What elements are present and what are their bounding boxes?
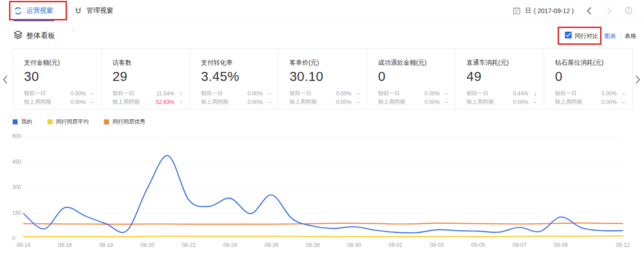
svg-text:08-18: 08-18 (99, 242, 113, 248)
operations-view-icon (14, 7, 22, 15)
section-title: 整体看板 (26, 31, 55, 41)
metric-card-visitors[interactable]: 访客数 29 较前一日11.54%↑ 较上周同期52.63%↑ (102, 49, 190, 109)
cards-next-chevron-icon[interactable] (635, 74, 643, 85)
calendar-icon[interactable] (513, 7, 521, 14)
trend-line-chart[interactable]: 015030045060008-1408-1608-1808-2008-2208… (11, 130, 635, 255)
tab-management-view[interactable]: 管理视窗 (74, 0, 114, 21)
metric-compare-row: 较上周同期0.00%– (201, 98, 271, 106)
previous-day-chevron-icon[interactable] (586, 7, 592, 15)
metric-card-conversion-rate[interactable]: 支付转化率 3.45% 较前一日0.00%– 较上周同期0.00%– (190, 49, 279, 109)
trend-icon: ↑ (174, 99, 182, 105)
tab-operations-view[interactable]: 运营视窗 (14, 0, 53, 21)
metric-card-refund-amount[interactable]: 成功退款金额(元) 0 较前一日0.00%– 较上周同期0.00%– (367, 49, 456, 109)
metric-compare-row: 较上周同期0.00%– (24, 98, 94, 106)
metric-title: 成功退款金额(元) (378, 58, 448, 67)
view-toggle-chart[interactable]: 图表 (604, 32, 616, 40)
trend-icon: – (86, 99, 94, 105)
chart-legend: 我的 同行同层平均 同行同层优秀 (13, 118, 145, 126)
metric-card-zhitongche-cost[interactable]: 直通车消耗(元) 49 较前一日0.44%↓ 较上周同期0.00%– (456, 49, 545, 109)
metric-cards-row: 支付金额(元) 30 较前一日0.00%– 较上周同期0.00%– 访客数 29… (13, 48, 633, 109)
top-nav-bar: 运营视窗 管理视窗 日 ( 2017-09-12 ) (0, 0, 644, 21)
date-picker[interactable]: 日 ( 2017-09-12 ) (525, 0, 574, 21)
metric-value: 29 (113, 68, 183, 85)
svg-text:08-22: 08-22 (182, 242, 196, 248)
trend-icon: – (263, 99, 271, 105)
svg-text:09-03: 09-03 (430, 242, 444, 248)
metric-compare-row: 较前一日0.00%– (201, 89, 271, 98)
legend-swatch (104, 119, 109, 124)
metric-card-avg-order-value[interactable]: 客单价(元) 30.10 较前一日0.00%– 较上周同期0.00%– (279, 49, 367, 109)
metric-title: 直通车消耗(元) (467, 58, 537, 67)
metric-value: 0 (378, 68, 448, 85)
metric-compare-row: 较上周同期0.00%– (467, 98, 537, 106)
trend-icon: – (351, 90, 360, 97)
trend-icon: – (528, 99, 536, 105)
metric-value: 0 (555, 68, 625, 85)
metric-compare-row: 较前一日11.54%↑ (113, 89, 183, 98)
metric-compare-row: 较上周同期0.00%– (555, 98, 625, 106)
metric-card-payment-amount[interactable]: 支付金额(元) 30 较前一日0.00%– 较上周同期0.00%– (13, 49, 102, 109)
svg-text:08-16: 08-16 (58, 242, 72, 248)
svg-text:08-20: 08-20 (141, 242, 155, 248)
tab-operations-label: 运营视窗 (26, 6, 53, 15)
info-icon[interactable] (625, 6, 633, 14)
legend-item-peer-average[interactable]: 同行同层平均 (47, 118, 89, 126)
peer-compare-checkbox[interactable] (565, 32, 572, 38)
svg-text:150: 150 (12, 210, 21, 216)
svg-text:09-05: 09-05 (471, 242, 485, 248)
metric-compare-row: 较上周同期52.63%↑ (113, 98, 183, 106)
trend-icon: – (351, 99, 360, 105)
svg-text:08-14: 08-14 (17, 242, 31, 248)
metric-compare-row: 较前一日0.00%– (555, 89, 625, 98)
checkmark-icon (566, 33, 571, 37)
trend-icon: – (440, 99, 448, 105)
legend-item-peer-excellent[interactable]: 同行同层优秀 (104, 118, 145, 126)
date-granularity: 日 (525, 7, 531, 15)
tab-management-label: 管理视窗 (86, 6, 114, 15)
legend-swatch (47, 119, 52, 124)
date-value: ( 2017-09-12 ) (534, 7, 574, 14)
peer-compare-label[interactable]: 同行对比 (575, 32, 598, 40)
legend-item-mine[interactable]: 我的 (13, 118, 32, 126)
metric-compare-row: 较前一日0.00%– (24, 89, 94, 98)
active-tab-underline (14, 20, 54, 21)
next-day-chevron-icon[interactable] (606, 7, 612, 15)
layers-icon (14, 30, 23, 39)
metric-compare-row: 较上周同期0.00%– (289, 98, 360, 106)
metric-title: 客单价(元) (289, 58, 360, 67)
legend-swatch (13, 119, 18, 124)
svg-text:08-28: 08-28 (306, 242, 320, 248)
metric-compare-row: 较前一日0.44%↓ (467, 89, 537, 98)
view-toggle-separator: | (620, 31, 621, 38)
metric-compare-row: 较上周同期0.00%– (378, 98, 448, 106)
metric-value: 3.45% (201, 68, 271, 85)
svg-text:450: 450 (12, 159, 21, 165)
metric-compare-row: 较前一日0.00%– (289, 89, 360, 98)
trend-icon: – (263, 90, 271, 97)
svg-text:08-24: 08-24 (223, 242, 237, 248)
metric-title: 支付转化率 (201, 58, 271, 67)
svg-text:09-01: 09-01 (388, 242, 402, 248)
svg-text:09-09: 09-09 (554, 242, 568, 248)
metric-value: 30.10 (289, 68, 360, 85)
svg-text:300: 300 (12, 184, 21, 190)
management-view-icon (74, 7, 82, 15)
trend-icon: ↑ (174, 90, 182, 97)
trend-icon: – (86, 90, 94, 97)
metric-compare-row: 较前一日0.00%– (378, 89, 448, 98)
metric-card-zuanshi-cost[interactable]: 钻石展位消耗(元) 0 较前一日0.00%– 较上周同期0.00%– (544, 49, 632, 109)
trend-icon: ↓ (528, 90, 536, 97)
trend-icon: – (617, 99, 625, 105)
svg-text:09-07: 09-07 (512, 242, 526, 248)
trend-icon: – (617, 90, 625, 97)
metric-value: 30 (24, 68, 94, 85)
svg-text:600: 600 (12, 133, 21, 139)
metric-title: 支付金额(元) (24, 58, 94, 67)
cards-prev-chevron-icon[interactable] (2, 74, 9, 85)
svg-text:08-26: 08-26 (265, 242, 279, 248)
metric-title: 访客数 (113, 58, 183, 67)
svg-text:09-12: 09-12 (616, 242, 630, 248)
svg-text:08-30: 08-30 (347, 242, 361, 248)
view-toggle-table[interactable]: 表格 (625, 32, 636, 40)
svg-text:0: 0 (12, 235, 15, 241)
